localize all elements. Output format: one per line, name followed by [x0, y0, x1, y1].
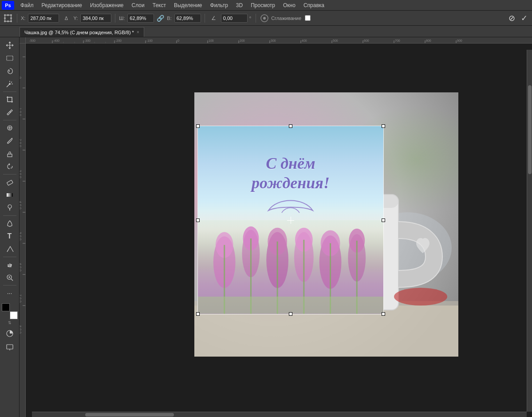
- horizontal-scrollbar[interactable]: [32, 412, 527, 417]
- tool-text[interactable]: T: [2, 230, 18, 242]
- tool-move[interactable]: [2, 39, 18, 52]
- tool-sep3: [3, 174, 16, 175]
- menu-window[interactable]: Окно: [280, 1, 299, 9]
- handle-bottom-center[interactable]: [289, 312, 292, 316]
- svg-text:0: 0: [20, 111, 22, 113]
- tool-sep2: [3, 120, 16, 120]
- svg-text:0: 0: [20, 301, 22, 302]
- scrollbar-v-thumb[interactable]: [528, 85, 532, 174]
- menu-filter[interactable]: Фильтр: [207, 1, 232, 9]
- menu-view[interactable]: Просмотр: [247, 1, 279, 9]
- transform-icon: [3, 13, 13, 24]
- angle-input[interactable]: [221, 14, 248, 23]
- menu-edit[interactable]: Редактирование: [38, 1, 86, 9]
- menu-select[interactable]: Выделение: [170, 1, 206, 9]
- tool-more[interactable]: ···: [2, 287, 18, 299]
- mug-photo-bg: С днём рождения!: [194, 92, 458, 357]
- handle-middle-right[interactable]: [382, 218, 385, 222]
- svg-point-6: [7, 20, 9, 22]
- svg-text:0: 0: [20, 298, 22, 299]
- tool-sep1: [3, 91, 16, 92]
- svg-text:0: 0: [20, 332, 22, 334]
- svg-point-1: [4, 14, 6, 16]
- tool-pen[interactable]: [2, 217, 18, 230]
- svg-line-27: [11, 279, 13, 281]
- tool-path-select[interactable]: [2, 243, 18, 255]
- ruler-top: -500 -400 -300 -200 -100 0 100 200 300 4…: [26, 37, 532, 44]
- svg-text:0: 0: [20, 142, 22, 144]
- tool-zoom[interactable]: [2, 271, 18, 284]
- vertical-scrollbar[interactable]: [527, 50, 532, 412]
- toolbar: T ··· ⇅: [0, 37, 20, 417]
- tool-dodge[interactable]: [2, 202, 18, 214]
- svg-line-15: [11, 82, 12, 83]
- smoothing-label: Сглаживание: [271, 16, 301, 21]
- tool-gradient[interactable]: [2, 189, 18, 201]
- angle-icon: ∠: [209, 13, 219, 24]
- handle-top-center[interactable]: [289, 124, 292, 128]
- handle-bottom-left[interactable]: [196, 312, 200, 316]
- commit-transform-button[interactable]: ✓: [519, 13, 529, 24]
- tool-quick-mask[interactable]: [2, 327, 18, 340]
- swap-colors-icon[interactable]: ⇅: [8, 321, 12, 325]
- tool-sep6: [3, 285, 16, 286]
- canvas-image: С днём рождения!: [194, 92, 458, 357]
- handle-top-right[interactable]: [382, 124, 385, 128]
- tool-stamp[interactable]: [2, 147, 18, 160]
- tool-sep5: [3, 257, 16, 257]
- svg-text:0: 0: [20, 207, 22, 209]
- svg-point-109: [394, 288, 447, 306]
- transform-layer[interactable]: С днём рождения!: [197, 126, 384, 314]
- cancel-transform-button[interactable]: ⊘: [506, 13, 517, 24]
- tool-brush[interactable]: [2, 135, 18, 147]
- svg-text:500: 500: [333, 39, 338, 42]
- tool-history-brush[interactable]: [2, 160, 18, 173]
- y-label: Y:: [73, 16, 78, 21]
- w-input[interactable]: [127, 14, 154, 23]
- tool-heal[interactable]: [2, 122, 18, 134]
- svg-point-10: [263, 17, 266, 20]
- smoothing-group: Сглаживание: [260, 13, 311, 23]
- smoothing-checkbox[interactable]: [305, 15, 311, 21]
- menu-3d[interactable]: 3D: [233, 1, 246, 9]
- fg-color-swatch[interactable]: [2, 303, 10, 311]
- menu-file[interactable]: Файл: [17, 1, 37, 9]
- svg-text:0: 0: [20, 145, 22, 147]
- tab-title: Чашка.jpg @ 74,5% (С днем рождения, RGB/…: [24, 30, 134, 35]
- svg-text:3: 3: [20, 170, 22, 172]
- handle-bottom-right[interactable]: [382, 312, 385, 316]
- tool-hand[interactable]: [2, 258, 18, 271]
- menu-image[interactable]: Изображение: [87, 1, 127, 9]
- svg-point-4: [10, 20, 12, 22]
- menu-layers[interactable]: Слои: [128, 1, 148, 9]
- svg-point-7: [4, 17, 6, 19]
- main-area: T ··· ⇅: [0, 37, 532, 417]
- tool-eyedropper[interactable]: [2, 106, 18, 119]
- tool-crop[interactable]: [2, 93, 18, 106]
- y-input[interactable]: [80, 14, 111, 23]
- handle-middle-left[interactable]: [196, 218, 200, 222]
- tool-select-rect[interactable]: [2, 52, 18, 64]
- tab-close-button[interactable]: ×: [137, 30, 139, 35]
- svg-text:8: 8: [20, 326, 22, 327]
- tool-lasso[interactable]: [2, 65, 18, 77]
- menu-help[interactable]: Справка: [300, 1, 328, 9]
- scrollbar-h-thumb[interactable]: [85, 413, 174, 417]
- document-tab[interactable]: Чашка.jpg @ 74,5% (С днем рождения, RGB/…: [20, 27, 144, 37]
- bg-color-swatch[interactable]: [10, 311, 18, 319]
- tool-magic-wand[interactable]: [2, 78, 18, 90]
- h-input[interactable]: [174, 14, 201, 23]
- svg-rect-23: [7, 193, 13, 197]
- svg-text:0: 0: [20, 238, 22, 240]
- svg-text:400: 400: [302, 39, 307, 42]
- link-wh-icon[interactable]: 🔗: [156, 15, 165, 22]
- tool-screen-mode[interactable]: [2, 341, 18, 353]
- menu-text[interactable]: Текст: [149, 1, 169, 9]
- tool-sep4: [3, 215, 16, 216]
- svg-text:600: 600: [364, 39, 369, 42]
- sep3: [205, 14, 205, 23]
- x-input[interactable]: [28, 14, 59, 23]
- handle-top-left[interactable]: [196, 124, 200, 128]
- tool-eraser[interactable]: [2, 176, 18, 188]
- center-crosshair: [287, 217, 294, 224]
